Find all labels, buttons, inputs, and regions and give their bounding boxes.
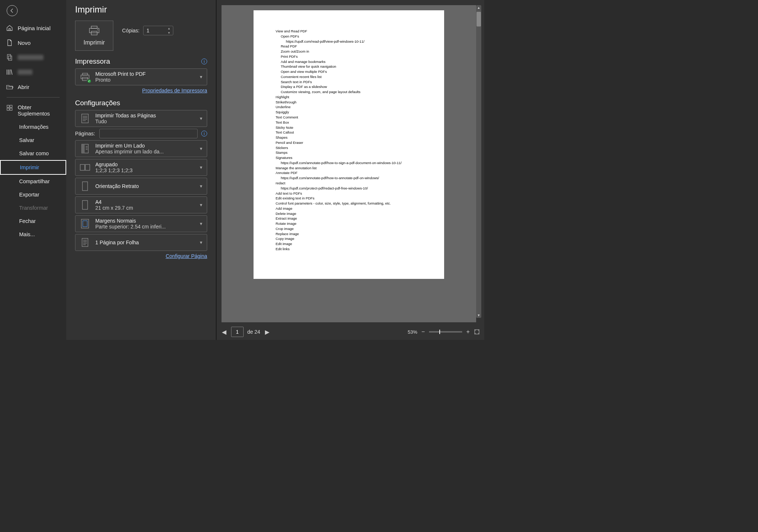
total-pages-label: de 24 (247, 329, 260, 335)
arrow-left-icon (10, 8, 15, 13)
nav-addins-l2: Suplementos (18, 110, 50, 117)
zoom-in-button[interactable]: + (465, 329, 471, 335)
svg-rect-7 (89, 28, 99, 33)
printer-properties-link[interactable]: Propriedades de Impressora (142, 88, 207, 93)
nav-home-label: Página Inicial (18, 25, 50, 31)
current-page-input[interactable] (231, 327, 244, 337)
pages-input[interactable] (99, 129, 198, 138)
nav-saveas[interactable]: Salvar como (0, 147, 66, 160)
svg-rect-11 (81, 75, 89, 79)
copies-input[interactable] (144, 28, 166, 33)
chevron-down-icon: ▼ (199, 221, 203, 226)
printer-status-text: Pronto (95, 77, 195, 83)
scroll-down[interactable]: ▼ (476, 313, 481, 318)
svg-rect-10 (82, 73, 88, 75)
chevron-down-icon: ▼ (199, 116, 203, 121)
copies-down[interactable]: ▼ (166, 31, 172, 35)
nav-transform: Transformar (0, 201, 66, 214)
chevron-down-icon: ▼ (199, 146, 203, 151)
printer-info-icon[interactable]: i (201, 58, 207, 64)
print-button[interactable]: Imprimir (75, 21, 113, 51)
page-title: Imprimir (75, 4, 207, 15)
scroll-thumb[interactable] (477, 12, 481, 26)
print-settings-panel: Imprimir Imprimir Cópias: ▲▼ Impressora … (66, 0, 216, 340)
orientation-dropdown[interactable]: Orientação Retrato ▼ (75, 178, 207, 195)
nav-new[interactable]: Novo (0, 35, 66, 50)
print-button-label: Imprimir (84, 39, 105, 46)
next-page-button[interactable]: ▶ (264, 329, 270, 335)
margins-dropdown[interactable]: Margens NormaisParte superior: 2.54 cm i… (75, 215, 207, 232)
sidebar-divider (7, 97, 60, 97)
collate-dropdown[interactable]: Agrupado1;2;3 1;2;3 1;2;3 ▼ (75, 159, 207, 176)
copies-up[interactable]: ▲ (166, 26, 172, 31)
printer-name: Microsoft Print to PDF (95, 71, 195, 77)
nav-addins-l1: Obter (18, 104, 50, 110)
main-content: Imprimir Imprimir Cópias: ▲▼ Impressora … (66, 0, 484, 340)
printer-section-title: Impressora (75, 57, 110, 65)
paper-icon (79, 199, 91, 211)
nav-blurred-label-2 (18, 70, 32, 75)
zoom-percent: 53% (408, 329, 417, 335)
nav-export[interactable]: Exportar (0, 188, 66, 201)
svg-rect-5 (10, 108, 12, 110)
printer-dropdown[interactable]: ✓ Microsoft Print to PDF Pronto ▼ (75, 68, 207, 85)
chevron-down-icon: ▼ (199, 165, 203, 170)
nav-info[interactable]: Informações (0, 120, 66, 134)
back-button[interactable] (7, 5, 18, 16)
svg-point-9 (97, 29, 98, 30)
chevron-down-icon: ▼ (199, 75, 203, 79)
copies-spinner[interactable]: ▲▼ (143, 26, 173, 35)
svg-rect-8 (91, 31, 97, 35)
nav-addins[interactable]: ObterSuplementos (0, 100, 66, 120)
pages-per-sheet-dropdown[interactable]: 1 Página por Folha ▼ (75, 234, 207, 251)
preview-viewport[interactable]: View and Read PDFOpen PDFshttps://updf.c… (222, 5, 476, 322)
svg-rect-21 (83, 221, 87, 227)
svg-rect-16 (80, 164, 85, 170)
ready-check-icon: ✓ (87, 79, 92, 84)
sheet-icon (79, 237, 91, 248)
print-range-dropdown[interactable]: Imprimir Todas as PáginasTudo ▼ (75, 110, 207, 127)
home-icon (6, 24, 13, 32)
nav-more[interactable]: Mais... (0, 228, 66, 241)
svg-rect-22 (82, 238, 88, 247)
printer-icon (88, 25, 100, 36)
prev-page-button[interactable]: ◀ (221, 329, 227, 335)
svg-rect-1 (8, 56, 12, 60)
settings-section-title: Configurações (75, 99, 120, 107)
nav-print[interactable]: Imprimir (0, 160, 66, 175)
svg-rect-15 (82, 144, 85, 153)
zoom-slider[interactable] (429, 331, 462, 333)
chevron-down-icon: ▼ (199, 184, 203, 188)
addins-icon (6, 104, 13, 111)
scroll-up[interactable]: ▲ (476, 5, 481, 10)
copies-label: Cópias: (122, 28, 139, 33)
printer-status-icon: ✓ (79, 71, 91, 83)
preview-status-bar: ◀ de 24 ▶ 53% − + (216, 324, 484, 340)
nav-open[interactable]: Abrir (0, 79, 66, 94)
vertical-scrollbar[interactable]: ▲ ▼ (476, 5, 481, 318)
nav-item-blurred-2[interactable] (0, 65, 66, 79)
nav-home[interactable]: Página Inicial (0, 21, 66, 35)
pages-label: Páginas: (75, 131, 96, 136)
zoom-to-page-icon[interactable] (474, 329, 480, 335)
sides-dropdown[interactable]: Imprimir em Um LadoApenas imprimir um la… (75, 140, 207, 157)
page-setup-link[interactable]: Configurar Página (166, 253, 207, 259)
zoom-out-button[interactable]: − (420, 329, 426, 335)
nav-close[interactable]: Fechar (0, 214, 66, 228)
chevron-down-icon: ▼ (199, 203, 203, 207)
svg-rect-19 (82, 201, 88, 209)
paper-size-dropdown[interactable]: A421 cm x 29.7 cm ▼ (75, 196, 207, 213)
nav-open-label: Abrir (18, 84, 29, 90)
svg-rect-6 (91, 26, 97, 28)
nav-new-label: Novo (18, 40, 31, 46)
svg-rect-3 (10, 105, 12, 107)
svg-rect-17 (85, 164, 90, 170)
nav-share[interactable]: Compartilhar (0, 175, 66, 188)
nav-item-blurred-1[interactable] (0, 50, 66, 65)
portrait-icon (79, 180, 91, 192)
nav-save[interactable]: Salvar (0, 134, 66, 147)
pages-info-icon[interactable]: i (201, 131, 207, 136)
one-side-icon (79, 143, 91, 155)
library-icon (6, 68, 13, 76)
chevron-down-icon: ▼ (199, 240, 203, 245)
